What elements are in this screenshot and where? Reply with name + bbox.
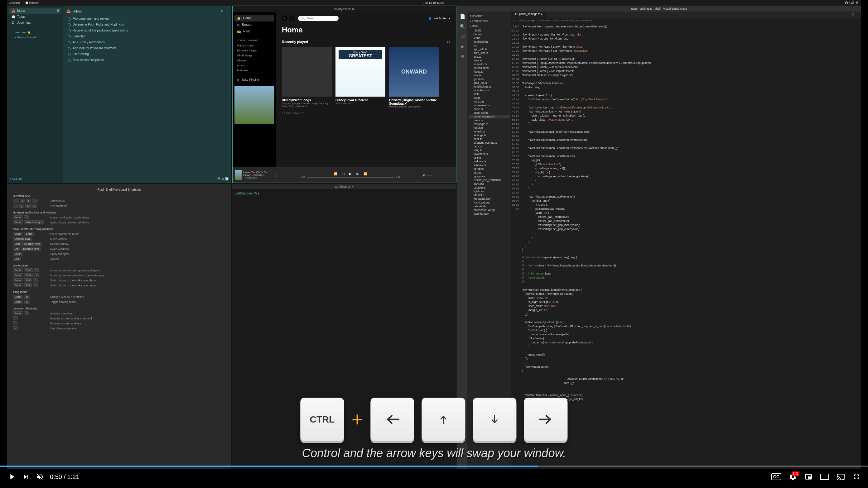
spotify-library-item[interactable]: Recently Played: [235, 48, 274, 53]
vscode-file-item[interactable]: LICENSE: [469, 186, 510, 190]
prev-icon[interactable]: ⏮: [342, 172, 345, 175]
vscode-file-item[interactable]: executor.ts: [469, 62, 510, 66]
vscode-file-item[interactable]: debian: [469, 32, 510, 36]
spotify-library-item[interactable]: Made For You: [235, 43, 274, 48]
vscode-file-item[interactable]: widgets.ts: [469, 160, 510, 163]
spotify-search[interactable]: 🔍 Search: [298, 16, 339, 21]
settings-button[interactable]: HD: [789, 473, 797, 481]
planner-task[interactable]: Determine Pop!_Picks and Pop!_Kits: [66, 22, 228, 27]
vscode-file-item[interactable]: icons: [469, 36, 510, 40]
vscode-file-item[interactable]: tiling.ts: [469, 148, 510, 152]
vscode-file-item[interactable]: result.ts: [469, 126, 510, 130]
planner-upcoming[interactable]: 🗓 Upcoming: [9, 20, 61, 26]
git-icon[interactable]: ⎇: [460, 34, 465, 39]
shuffle-icon[interactable]: 🔀: [334, 172, 337, 175]
vscode-editor-actions[interactable]: ⊞ ⋯: [849, 11, 861, 19]
activities-button[interactable]: Activities: [9, 1, 21, 4]
vscode-file-item[interactable]: light.css: [469, 190, 510, 193]
vscode-file-item[interactable]: utils.ts: [469, 156, 510, 160]
planner-project[interactable]: Welcome 👋: [9, 30, 61, 35]
vscode-file-item[interactable]: panel_settings.ts: [469, 115, 510, 119]
next-button[interactable]: [23, 473, 30, 481]
vscode-file-item[interactable]: keybindings: [469, 40, 510, 44]
vscode-breadcrumb[interactable]: src › panel_settings.ts › Indicator › co…: [511, 19, 861, 23]
vscode-file-item[interactable]: CODE_OF_CONDUC…: [469, 178, 510, 182]
spotify-library-item[interactable]: Albums: [235, 58, 274, 63]
planner-task[interactable]: Launcher: [66, 33, 228, 39]
spotify-library-item[interactable]: Artists: [235, 63, 274, 68]
planner-today[interactable]: 📅 Today: [9, 14, 61, 20]
vscode-file-item[interactable]: Makefile: [469, 193, 510, 197]
vscode-file-item[interactable]: tsconfig.json: [469, 212, 510, 216]
planner-task[interactable]: A/B Survey Responses: [66, 39, 228, 45]
spotify-album-card[interactable]: Disney·PIXARGREATESTDisney/Pixar Greates…: [336, 47, 385, 108]
vscode-file-item[interactable]: metadata.json: [469, 197, 510, 201]
root-folder[interactable]: ▾ SHELL: [469, 24, 510, 29]
video-progress-bar[interactable]: [0, 465, 868, 467]
cast-button[interactable]: [837, 473, 845, 481]
fullscreen-button[interactable]: [852, 473, 861, 481]
app-menu[interactable]: 📋 Planner: [25, 1, 39, 4]
planner-task[interactable]: user testing: [66, 51, 228, 57]
spotify-library-item[interactable]: Podcasts: [235, 68, 274, 73]
vscode-file-item[interactable]: focus.ts: [469, 70, 510, 73]
vscode-file-item[interactable]: shell.ts: [469, 137, 510, 141]
vscode-file-item[interactable]: shortcut_overlay.ts: [469, 141, 510, 144]
debug-icon[interactable]: ▶: [461, 44, 464, 49]
spotify-nav-radio[interactable]: 📻 Radio: [235, 28, 274, 35]
spotify-album-card[interactable]: ONWARDOnward (Original Motion Picture So…: [389, 47, 439, 108]
heart-icon[interactable]: ♡: [274, 172, 279, 178]
vscode-file-item[interactable]: prefs.ts: [469, 119, 510, 122]
vscode-file-item[interactable]: geom.ts: [469, 77, 510, 81]
vscode-file-item[interactable]: _build: [469, 29, 510, 32]
vscode-file-item[interactable]: fork.ts: [469, 73, 510, 77]
spotify-back[interactable]: ‹: [282, 15, 287, 21]
spotify-new-playlist[interactable]: ⊕ New Playlist: [235, 77, 274, 83]
play-button[interactable]: [7, 473, 16, 481]
vscode-file-item[interactable]: target: [469, 171, 510, 174]
vscode-file-item[interactable]: movement.ts: [469, 103, 510, 107]
captions-button[interactable]: CC: [771, 474, 781, 480]
extensions-icon[interactable]: ⊞: [461, 54, 464, 59]
spotify-forward[interactable]: ›: [289, 15, 295, 21]
vscode-file-item[interactable]: search.ts: [469, 130, 510, 133]
files-icon[interactable]: 📄: [460, 14, 465, 19]
vscode-file-item[interactable]: window.ts: [469, 163, 510, 167]
vscode-file-item[interactable]: xprop.ts: [469, 167, 510, 171]
spotify-progress[interactable]: [307, 177, 394, 177]
vscode-file-item[interactable]: app_info.ts: [469, 47, 510, 51]
vscode-file-item[interactable]: keybindings.ts: [469, 85, 510, 89]
spotify-now-artist[interactable]: The Beatles: [244, 176, 273, 179]
vscode-file-item[interactable]: extension.ts: [469, 66, 510, 70]
miniplayer-button[interactable]: [804, 473, 812, 481]
vscode-file-item[interactable]: once_cell.ts: [469, 111, 510, 115]
vscode-file-item[interactable]: README.md: [469, 201, 510, 204]
planner-task[interactable]: Flip page open and review: [66, 15, 228, 22]
play-icon[interactable]: ▶: [349, 172, 352, 175]
search-icon[interactable]: 🔍: [460, 24, 465, 29]
spotify-volume[interactable]: 🔊 ━━━━: [422, 173, 453, 177]
vscode-file-item[interactable]: log.ts: [469, 96, 510, 100]
vscode-file-item[interactable]: rebuild.sh: [469, 204, 510, 208]
theater-button[interactable]: [820, 474, 829, 480]
vscode-file-item[interactable]: launchers.ts: [469, 89, 510, 92]
vscode-file-item[interactable]: toweners.ts: [469, 152, 510, 156]
open-editors-header[interactable]: ▸ OPEN EDITORS: [469, 19, 510, 24]
vscode-file-item[interactable]: lib.ts: [469, 92, 510, 96]
vscode-file-item[interactable]: rectangle.ts: [469, 122, 510, 126]
spotify-now-art[interactable]: [235, 170, 242, 180]
spotify-album-card[interactable]: Disney/Pixar SongsSing along to your fav…: [282, 47, 332, 108]
spotify-nav-browse[interactable]: ⊞ Browse: [235, 22, 274, 28]
planner-inbox[interactable]: 📥 Inbox6: [9, 8, 61, 14]
vscode-file-item[interactable]: ecs.ts: [469, 55, 510, 59]
vscode-file-item[interactable]: node.ts: [469, 107, 510, 111]
vscode-file-item[interactable]: error.ts: [469, 59, 510, 62]
planner-task[interactable]: Review list of the packaged applications: [66, 27, 228, 33]
vscode-tab[interactable]: TS panel_settings.ts ●: [511, 11, 547, 19]
planner-bottom-icons[interactable]: 🔍 ⚙ 🔄: [218, 177, 228, 181]
vscode-file-item[interactable]: tags.ts: [469, 144, 510, 148]
planner-add-list[interactable]: + Add List: [10, 177, 22, 181]
planner-task[interactable]: Beta release response: [66, 57, 228, 63]
spotify-user-menu[interactable]: 👤 watchmikir ▾: [428, 17, 450, 20]
spotify-nav-home[interactable]: 🏠 Home: [235, 15, 274, 22]
